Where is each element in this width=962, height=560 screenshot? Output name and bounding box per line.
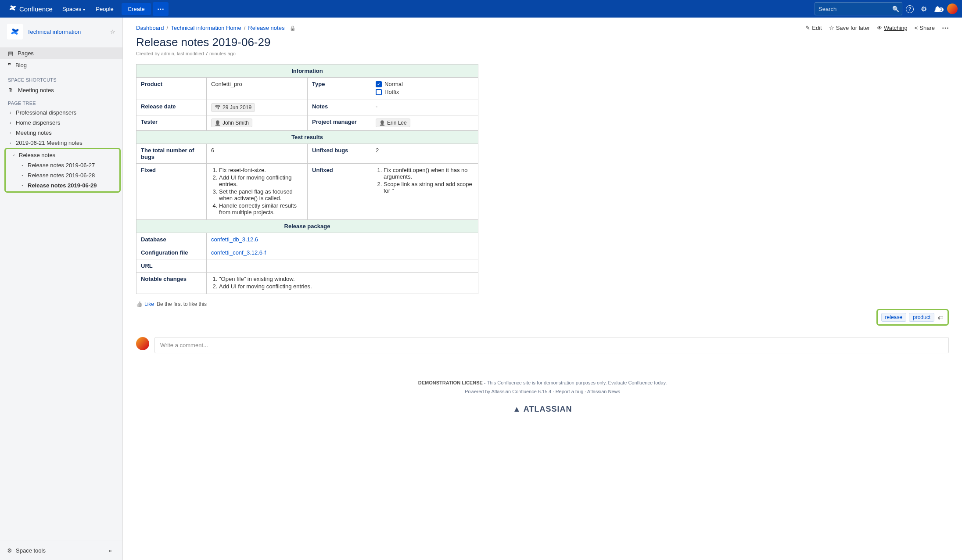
save-later-button[interactable]: Save for later	[829, 25, 870, 31]
chevron-down-icon: ›	[11, 153, 16, 158]
total-bugs-label: The total number of bugs	[136, 144, 207, 164]
help-button[interactable]	[902, 4, 917, 13]
crumb-release[interactable]: Release notes	[248, 25, 284, 31]
crumb-home[interactable]: Technical information Home	[171, 25, 241, 31]
tree-item-label: Home dispensers	[16, 119, 60, 126]
type-label: Type	[308, 78, 371, 100]
conf-link[interactable]: confetti_conf_3.12.6-f	[211, 249, 266, 256]
fixed-item: Fix reset-font-size.	[219, 167, 303, 173]
page-title: Release notes 2019-06-29	[136, 36, 949, 49]
shortcuts-heading: SPACE SHORTCUTS	[0, 73, 122, 84]
like-hint: Be the first to like this	[157, 301, 207, 307]
page-meta: Created by admin, last modified 7 minute…	[136, 51, 949, 56]
unfixed-item: Scope link as string and add scope for "	[384, 181, 474, 194]
shortcut-meeting-notes[interactable]: Meeting notes	[0, 84, 122, 96]
footer-links[interactable]: Powered by Atlassian Confluence 6.15.4 ·…	[136, 389, 949, 394]
brand-text: Confluence	[19, 5, 53, 13]
tester-value: John Smith	[207, 115, 308, 131]
space-header: Technical information	[0, 18, 122, 46]
edit-label: Edit	[812, 25, 822, 31]
edit-icon	[805, 25, 810, 31]
tree-meeting-notes[interactable]: •Meeting notes	[3, 128, 122, 138]
like-button[interactable]: Like	[136, 301, 154, 307]
tree-item-label: Release notes 2019-06-28	[28, 172, 95, 179]
checkbox-checked-icon[interactable]: ✓	[376, 81, 382, 87]
conf-value: confetti_conf_3.12.6-f	[207, 246, 478, 259]
tree-rn-0628[interactable]: •Release notes 2019-06-28	[14, 170, 119, 180]
gear-icon	[7, 547, 12, 554]
edit-button[interactable]: Edit	[805, 25, 822, 31]
fixed-item: Add UI for moving conflicting entries.	[219, 174, 303, 187]
tree-dated-meeting[interactable]: •2019-06-21 Meeting notes	[3, 138, 122, 148]
bullet-icon: •	[20, 163, 25, 167]
section-test-results: Test results	[136, 131, 478, 144]
eye-icon	[877, 25, 882, 31]
atlassian-logo: ▲ ATLASSIAN	[136, 405, 949, 414]
label-release[interactable]: release	[881, 313, 906, 322]
tree-pro-dispensers[interactable]: ›Professional dispensers	[3, 108, 122, 118]
tree-item-label: Release notes 2019-06-27	[28, 162, 95, 169]
space-name-link[interactable]: Technical information	[27, 29, 106, 35]
tester-name: John Smith	[223, 120, 249, 126]
page-footer: DEMONSTRATION LICENSE - This Confluence …	[136, 371, 949, 414]
crumb-dashboard[interactable]: Dashboard	[136, 25, 164, 31]
product-label: Product	[136, 78, 207, 100]
space-tools-link[interactable]: Space tools	[16, 547, 46, 554]
space-logo[interactable]	[7, 24, 23, 39]
db-label: Database	[136, 233, 207, 246]
share-button[interactable]: <Share	[915, 25, 935, 31]
fixed-item: Set the panel flag as focused when activ…	[219, 188, 303, 201]
pm-value: Erin Lee	[371, 115, 478, 131]
tree-heading: PAGE TREE	[0, 96, 122, 108]
release-date-value: 29 Jun 2019	[207, 100, 308, 115]
watching-button[interactable]: Watching	[877, 25, 908, 31]
search-input[interactable]	[818, 6, 892, 12]
bullet-icon: •	[8, 141, 13, 145]
sidebar-blog[interactable]: Blog	[0, 59, 122, 71]
sidebar-blog-label: Blog	[15, 62, 27, 68]
tester-label: Tester	[136, 115, 207, 131]
tree-rn-0627[interactable]: •Release notes 2019-06-27	[14, 160, 119, 170]
footer-demo-strong: DEMONSTRATION LICENSE	[418, 380, 483, 385]
breadcrumb: Dashboard / Technical information Home /…	[136, 25, 296, 31]
confluence-logo[interactable]: Confluence	[4, 4, 57, 14]
create-more-button[interactable]	[153, 2, 169, 16]
comment-input[interactable]: Write a comment...	[154, 337, 949, 353]
search-input-wrapper[interactable]	[815, 2, 902, 15]
checkbox-empty-icon[interactable]	[376, 89, 382, 95]
tree-release-notes[interactable]: ›Release notes	[6, 150, 119, 160]
collapse-sidebar-button[interactable]: «	[105, 546, 115, 556]
pm-label: Project manager	[308, 115, 371, 131]
user-icon	[379, 120, 385, 126]
unfixed-item: Fix confetti.open() when it has no argum…	[384, 167, 474, 180]
add-label-button[interactable]	[937, 314, 944, 321]
sidebar-pages[interactable]: Pages	[0, 47, 122, 59]
total-bugs-value: 6	[207, 144, 308, 164]
nav-people[interactable]: People	[90, 0, 118, 18]
user-avatar[interactable]	[947, 4, 958, 14]
tree-home-dispensers[interactable]: ›Home dispensers	[3, 118, 122, 128]
tree-rn-0629[interactable]: •Release notes 2019-06-29	[14, 180, 119, 190]
settings-button[interactable]	[917, 5, 930, 13]
dots-icon	[157, 6, 164, 13]
more-actions-button[interactable]	[942, 24, 949, 32]
nav-spaces-label: Spaces	[62, 6, 81, 12]
db-value: confetti_db_3.12.6	[207, 233, 478, 246]
notifications-button[interactable]: 1	[930, 5, 944, 13]
lock-icon[interactable]	[290, 25, 296, 31]
db-link[interactable]: confetti_db_3.12.6	[211, 236, 258, 243]
create-button[interactable]: Create	[122, 3, 151, 15]
watching-label: Watching	[884, 25, 908, 31]
star-icon[interactable]	[110, 29, 115, 35]
help-icon	[906, 4, 914, 12]
calendar-icon	[215, 104, 221, 111]
fixed-list: Fix reset-font-size. Add UI for moving c…	[207, 164, 308, 220]
url-value	[207, 259, 478, 273]
release-info-table: Information Product Confetti_pro Type ✓N…	[136, 64, 478, 294]
nav-spaces[interactable]: Spaces	[57, 0, 90, 18]
product-value: Confetti_pro	[207, 78, 308, 100]
sidebar: Technical information Pages Blog SPACE S…	[0, 18, 123, 560]
comment-section: Write a comment...	[136, 337, 949, 353]
label-product[interactable]: product	[909, 313, 934, 322]
bullet-icon: •	[8, 131, 13, 135]
